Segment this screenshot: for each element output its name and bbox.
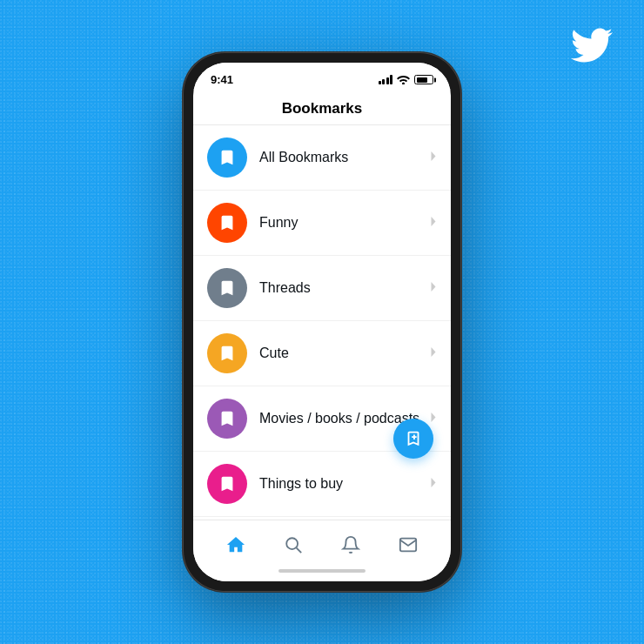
svg-line-1 — [297, 548, 302, 553]
bookmark-category-icon — [207, 268, 247, 308]
chevron-right-icon — [430, 346, 437, 360]
list-item[interactable]: Funny — [193, 191, 451, 256]
bookmark-category-label: Funny — [259, 215, 423, 231]
bookmark-category-icon — [207, 138, 247, 178]
home-bar — [278, 569, 366, 573]
status-time: 9:41 — [211, 73, 233, 86]
chevron-right-icon — [430, 412, 437, 426]
nav-notifications[interactable] — [332, 529, 370, 560]
phone-frame: 9:41 Bookmarks — [183, 52, 461, 592]
chevron-right-icon — [430, 281, 437, 295]
bookmark-category-icon — [207, 399, 247, 439]
list-item[interactable]: Things to buy — [193, 452, 451, 517]
bookmark-list: All BookmarksFunnyThreadsCuteMovies / bo… — [193, 125, 451, 520]
home-indicator — [193, 564, 451, 581]
home-icon — [226, 535, 245, 554]
chevron-right-icon — [430, 151, 437, 164]
messages-icon — [399, 535, 418, 554]
bottom-nav — [193, 520, 451, 564]
add-bookmark-fab[interactable] — [393, 419, 433, 459]
phone-screen: 9:41 Bookmarks — [193, 63, 451, 581]
bookmark-category-icon — [207, 464, 247, 504]
twitter-logo — [571, 24, 613, 70]
bookmark-category-label: All Bookmarks — [259, 150, 423, 165]
bookmark-category-icon — [207, 203, 247, 243]
bookmark-category-label: Cute — [259, 345, 423, 361]
signal-icon — [379, 75, 393, 84]
notifications-icon — [341, 535, 360, 554]
chevron-right-icon — [430, 477, 437, 491]
list-item[interactable]: Threads — [193, 256, 451, 321]
search-icon — [284, 535, 303, 554]
list-item[interactable]: Cute — [193, 321, 451, 386]
status-icons — [379, 75, 434, 84]
bookmark-category-label: Threads — [259, 280, 423, 296]
page-title: Bookmarks — [282, 100, 363, 117]
bookmark-category-icon — [207, 333, 247, 373]
nav-search[interactable] — [274, 529, 312, 560]
wifi-icon — [397, 75, 410, 84]
page-header: Bookmarks — [193, 90, 451, 125]
battery-icon — [414, 75, 433, 84]
status-bar: 9:41 — [193, 63, 451, 90]
chevron-right-icon — [430, 216, 437, 230]
list-item[interactable]: All Bookmarks — [193, 125, 451, 191]
add-bookmark-icon — [404, 429, 423, 448]
nav-home[interactable] — [217, 529, 255, 560]
svg-point-0 — [286, 538, 298, 549]
nav-messages[interactable] — [389, 529, 427, 560]
bookmark-category-label: Things to buy — [259, 476, 423, 492]
